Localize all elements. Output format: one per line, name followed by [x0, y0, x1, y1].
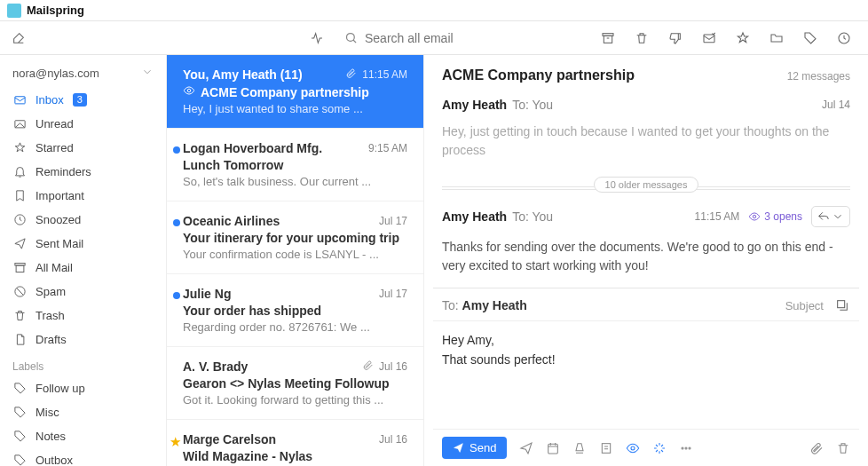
sender-name: Amy Heath: [442, 98, 507, 112]
label-text: Follow up: [36, 380, 85, 397]
to-value[interactable]: Amy Heath: [462, 298, 527, 312]
to-label: To:: [442, 298, 459, 312]
compose-icon[interactable]: [11, 30, 27, 46]
message-time: Jul 16: [362, 359, 407, 374]
sidebar-item-drafts[interactable]: Drafts: [0, 328, 166, 351]
message-item[interactable]: Julie Ng Jul 17Your order has shippedReg…: [167, 274, 423, 347]
label-notes[interactable]: Notes: [0, 424, 166, 448]
label-text: Notes: [36, 428, 66, 445]
format-icon[interactable]: [572, 441, 587, 455]
send-button[interactable]: Send: [442, 437, 507, 459]
bookmark-icon: [12, 189, 27, 203]
recipient: To: You: [512, 209, 553, 224]
search-input[interactable]: [365, 31, 573, 45]
tag-icon[interactable]: [802, 30, 818, 46]
unread-icon: [12, 117, 27, 131]
titlebar: Mailspring: [0, 0, 868, 21]
link-tracking-icon[interactable]: [652, 441, 667, 455]
account-selector[interactable]: nora@nylas.com: [0, 62, 166, 88]
star-icon: ★: [170, 434, 181, 450]
message-subject: Your itinerary for your upcoming trip: [183, 231, 407, 245]
svg-rect-15: [603, 443, 611, 453]
archive-icon[interactable]: [600, 30, 616, 46]
account-email: nora@nylas.com: [12, 67, 99, 80]
thread-subject: ACME Company partnership: [442, 67, 635, 83]
send-icon: [12, 237, 27, 251]
message-time: 11:15 AM: [345, 67, 407, 82]
label-outbox[interactable]: Outbox: [0, 448, 166, 466]
sidebar-item-trash[interactable]: Trash: [0, 304, 166, 328]
svg-rect-3: [704, 35, 714, 43]
composer: To: Amy Heath Subject Hey Amy, That soun…: [433, 288, 859, 466]
search-bar[interactable]: [334, 31, 584, 45]
sidebar-item-label: Unread: [36, 115, 74, 132]
template-icon[interactable]: [599, 441, 613, 455]
message-item[interactable]: Oceanic Airlines Jul 17Your itinerary fo…: [167, 201, 423, 274]
more-icon[interactable]: [679, 441, 693, 455]
reminder-icon[interactable]: [546, 441, 560, 455]
activity-icon[interactable]: [309, 30, 325, 46]
tag-icon: [12, 382, 27, 396]
sidebar-item-reminders[interactable]: Reminders: [0, 160, 166, 184]
message-time: Jul 17: [379, 288, 407, 300]
label-text: Outbox: [36, 452, 73, 466]
message-from: A. V. Brady: [183, 359, 248, 374]
message-item[interactable]: Logan Hoverboard Mfg. 9:15 AMLunch Tomor…: [167, 129, 423, 201]
message-body: Thanks for sending over the documents. W…: [442, 238, 850, 275]
message-item[interactable]: ★Marge Carelson Jul 16Wild Magazine - Ny…: [167, 420, 423, 466]
star-icon[interactable]: [735, 30, 751, 46]
svg-rect-5: [14, 97, 24, 104]
recipient: To: You: [512, 98, 553, 112]
sender-name: Amy Heath: [442, 209, 507, 224]
unread-dot-icon: [173, 146, 180, 154]
sidebar-item-spam[interactable]: Spam: [0, 280, 166, 304]
svg-rect-2: [604, 36, 612, 43]
snooze-icon[interactable]: [836, 30, 852, 46]
folder-icon[interactable]: [769, 30, 785, 46]
label-followup[interactable]: Follow up: [0, 376, 166, 400]
message-item[interactable]: You, Amy Heath (11) 11:15 AM ACME Compan…: [167, 55, 423, 129]
sidebar-item-sent[interactable]: Sent Mail: [0, 232, 166, 256]
sidebar-item-label: All Mail: [36, 259, 73, 276]
label-misc[interactable]: Misc: [0, 400, 166, 424]
message-time: 11:15 AM: [695, 210, 740, 223]
trash-icon[interactable]: [634, 30, 650, 46]
sidebar-item-starred[interactable]: Starred: [0, 136, 166, 160]
compose-toolbar: Send: [433, 429, 859, 466]
compose-body[interactable]: Hey Amy, That sounds perfect!: [433, 321, 859, 429]
sidebar-item-inbox[interactable]: Inbox 3: [0, 88, 166, 112]
mark-read-icon[interactable]: [701, 30, 717, 46]
message-date: Jul 14: [822, 99, 850, 111]
app-title: Mailspring: [27, 4, 84, 17]
collapsed-messages[interactable]: 10 older messages: [442, 178, 850, 199]
sidebar: nora@nylas.com Inbox 3 Unread Starred Re…: [0, 55, 167, 466]
attachment-icon: [362, 359, 374, 374]
send-later-icon[interactable]: [519, 441, 533, 455]
svg-rect-13: [838, 301, 845, 308]
reply-button[interactable]: [811, 206, 850, 227]
open-tracking: 3 opens: [748, 210, 802, 223]
sidebar-item-snoozed[interactable]: Snoozed: [0, 208, 166, 232]
message-from: You, Amy Heath (11): [183, 67, 303, 82]
popout-icon[interactable]: [834, 297, 850, 313]
message-snippet: So, let's talk business. Our current ...: [183, 175, 407, 188]
thumbs-down-icon[interactable]: [667, 30, 683, 46]
sidebar-item-label: Snoozed: [36, 211, 81, 228]
sidebar-item-important[interactable]: Important: [0, 184, 166, 208]
tracking-icon[interactable]: [626, 441, 640, 455]
app-logo-icon: [7, 4, 21, 18]
message-block: Amy HeathTo: You Jul 14 Hey, just gettin…: [424, 91, 868, 172]
attach-icon[interactable]: [809, 441, 824, 455]
svg-point-16: [631, 446, 635, 450]
inbox-icon: [12, 93, 27, 107]
sidebar-item-label: Inbox: [36, 91, 64, 108]
unread-dot-icon: [173, 219, 180, 226]
message-item[interactable]: A. V. Brady Jul 16Gearon <> Nylas Meetin…: [167, 347, 423, 420]
sidebar-item-unread[interactable]: Unread: [0, 112, 166, 136]
delete-draft-icon[interactable]: [836, 441, 850, 455]
subject-label[interactable]: Subject: [785, 299, 824, 312]
message-time: 9:15 AM: [368, 142, 407, 154]
sidebar-item-allmail[interactable]: All Mail: [0, 256, 166, 280]
sidebar-item-label: Drafts: [36, 331, 67, 348]
toolbar: [0, 21, 868, 55]
